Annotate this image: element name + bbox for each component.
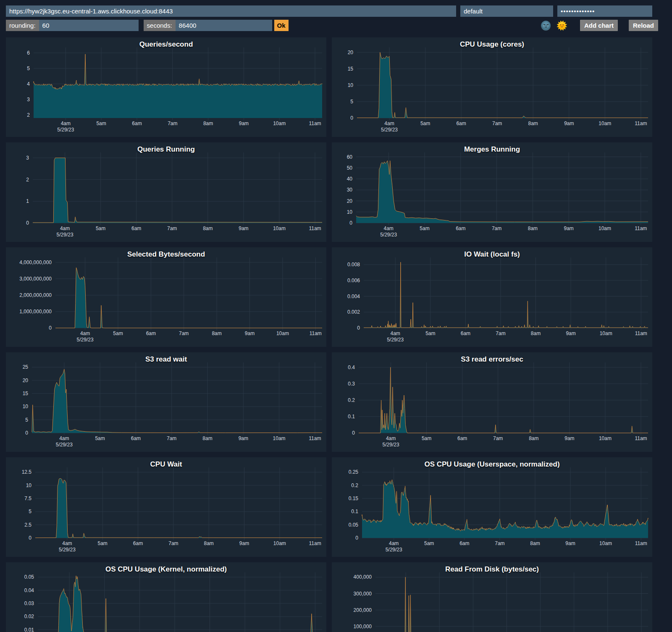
svg-text:7am: 7am <box>492 226 501 231</box>
svg-text:5am: 5am <box>424 540 434 546</box>
svg-text:1: 1 <box>26 198 29 204</box>
svg-text:9am: 9am <box>239 121 249 126</box>
password-input[interactable] <box>557 5 652 17</box>
svg-text:20: 20 <box>347 198 353 204</box>
rounding-field: rounding: <box>6 20 139 31</box>
svg-text:10am: 10am <box>273 121 286 126</box>
svg-text:2,000,000,000: 2,000,000,000 <box>19 292 52 298</box>
svg-text:10: 10 <box>23 404 29 409</box>
svg-text:11am: 11am <box>309 121 321 126</box>
seconds-input[interactable] <box>176 20 272 31</box>
svg-text:0.25: 0.25 <box>349 469 359 475</box>
svg-text:8am: 8am <box>204 540 214 546</box>
chart-card-cpu-wait: CPU Wait 02.557.51012.54am5/29/235am6am7… <box>6 457 326 557</box>
svg-text:6: 6 <box>27 50 30 56</box>
chart-card-os-cpu-kernel: OS CPU Usage (Kernel, normalized) 00.010… <box>6 562 326 632</box>
chart-queries-per-second[interactable]: 234564am5/29/235am6am7am8am9am10am11am <box>6 37 326 137</box>
svg-text:20: 20 <box>348 50 354 55</box>
chart-card-cpu-usage-cores: CPU Usage (cores) 051015204am5/29/235am6… <box>332 37 652 137</box>
svg-text:4am: 4am <box>384 226 394 231</box>
svg-text:100,000: 100,000 <box>354 624 372 629</box>
svg-text:6am: 6am <box>456 121 466 126</box>
svg-text:6am: 6am <box>132 121 142 126</box>
chart-card-queries-per-second: Queries/second 234564am5/29/235am6am7am8… <box>6 37 326 137</box>
svg-text:9am: 9am <box>564 435 574 441</box>
svg-text:6am: 6am <box>457 435 467 441</box>
svg-text:6am: 6am <box>131 226 141 231</box>
svg-text:0: 0 <box>357 325 360 331</box>
chart-cpu-wait[interactable]: 02.557.51012.54am5/29/235am6am7am8am9am1… <box>6 457 326 557</box>
svg-text:2: 2 <box>26 177 29 183</box>
svg-text:0.01: 0.01 <box>24 627 34 632</box>
chart-io-wait-local-fs[interactable]: 00.0020.0040.0060.0084am5/29/235am6am7am… <box>332 247 652 347</box>
svg-text:7am: 7am <box>167 226 177 231</box>
svg-text:6am: 6am <box>461 330 470 336</box>
url-input[interactable] <box>6 5 456 17</box>
svg-text:4am: 4am <box>60 226 70 231</box>
ok-button[interactable]: Ok <box>274 20 289 31</box>
chart-s3-read-errors-per-sec[interactable]: 00.10.20.30.44am5/29/235am6am7am8am9am10… <box>332 352 652 452</box>
svg-text:0: 0 <box>355 535 358 541</box>
svg-text:9am: 9am <box>245 330 255 336</box>
svg-text:10: 10 <box>348 82 354 88</box>
svg-text:11am: 11am <box>635 330 647 336</box>
svg-text:9am: 9am <box>564 226 574 231</box>
svg-text:8am: 8am <box>528 121 538 126</box>
svg-text:5am: 5am <box>420 226 429 231</box>
svg-text:4: 4 <box>27 81 30 87</box>
svg-text:25: 25 <box>23 364 29 370</box>
svg-text:4,000,000,000: 4,000,000,000 <box>19 260 52 265</box>
svg-text:5/29/23: 5/29/23 <box>57 232 74 238</box>
svg-text:6am: 6am <box>146 330 156 336</box>
svg-text:11am: 11am <box>310 330 322 336</box>
chart-queries-running[interactable]: 01234am5/29/235am6am7am8am9am10am11am <box>6 142 326 242</box>
svg-text:0.02: 0.02 <box>24 614 34 619</box>
add-chart-button[interactable]: Add chart <box>580 20 618 31</box>
svg-text:11am: 11am <box>309 226 321 231</box>
chart-cpu-usage-cores[interactable]: 051015204am5/29/235am6am7am8am9am10am11a… <box>332 37 652 137</box>
chart-selected-bytes-per-second[interactable]: 01,000,000,0002,000,000,0003,000,000,000… <box>6 247 326 347</box>
svg-text:4am: 4am <box>62 540 72 546</box>
chart-read-from-disk[interactable]: 0100,000200,000300,000400,0004am5/29/235… <box>332 562 652 632</box>
svg-text:10: 10 <box>26 483 32 488</box>
svg-text:10am: 10am <box>276 330 289 336</box>
svg-text:0.03: 0.03 <box>24 601 34 606</box>
light-theme-sun-icon[interactable]: 🌞 <box>556 20 567 31</box>
svg-text:5am: 5am <box>420 121 430 126</box>
svg-text:11am: 11am <box>635 540 647 546</box>
svg-text:8am: 8am <box>203 121 213 126</box>
svg-text:4am: 4am <box>391 330 400 336</box>
svg-text:5am: 5am <box>425 330 435 336</box>
reload-button[interactable]: Reload <box>629 20 658 31</box>
svg-text:3,000,000,000: 3,000,000,000 <box>19 276 52 282</box>
svg-text:9am: 9am <box>239 435 248 441</box>
chart-os-cpu-usage-userspace[interactable]: 00.050.10.150.20.254am5/29/235am6am7am8a… <box>332 457 652 557</box>
svg-text:20: 20 <box>23 378 29 383</box>
svg-text:12.5: 12.5 <box>22 469 32 475</box>
rounding-input[interactable] <box>39 20 139 31</box>
svg-text:7am: 7am <box>493 435 503 441</box>
svg-text:6am: 6am <box>456 226 465 231</box>
svg-text:0: 0 <box>349 220 352 226</box>
dark-theme-moon-icon[interactable]: 🌚 <box>541 20 551 31</box>
svg-text:5am: 5am <box>96 121 106 126</box>
svg-text:11am: 11am <box>309 435 321 441</box>
chart-card-queries-running: Queries Running 01234am5/29/235am6am7am8… <box>6 142 326 242</box>
svg-text:0: 0 <box>352 430 355 436</box>
chart-s3-read-wait[interactable]: 05101520254am5/29/235am6am7am8am9am10am1… <box>6 352 326 452</box>
svg-text:7am: 7am <box>495 540 504 546</box>
svg-text:0.2: 0.2 <box>351 483 358 488</box>
svg-text:4am: 4am <box>61 121 71 126</box>
svg-text:10am: 10am <box>273 226 286 231</box>
svg-text:5am: 5am <box>96 226 105 231</box>
topbar: rounding: seconds: Ok 🌚 🌞 Add chart Relo… <box>0 5 672 31</box>
username-input[interactable] <box>460 5 553 17</box>
svg-text:8am: 8am <box>203 226 213 231</box>
chart-os-cpu-usage-kernel[interactable]: 00.010.020.030.040.054am5/29/235am6am7am… <box>6 562 326 632</box>
chart-merges-running[interactable]: 01020304050604am5/29/235am6am7am8am9am10… <box>332 142 652 242</box>
svg-text:0.05: 0.05 <box>349 522 359 528</box>
svg-text:0: 0 <box>350 115 353 121</box>
svg-text:9am: 9am <box>239 540 249 546</box>
svg-text:8am: 8am <box>530 540 540 546</box>
svg-text:7am: 7am <box>167 435 176 441</box>
